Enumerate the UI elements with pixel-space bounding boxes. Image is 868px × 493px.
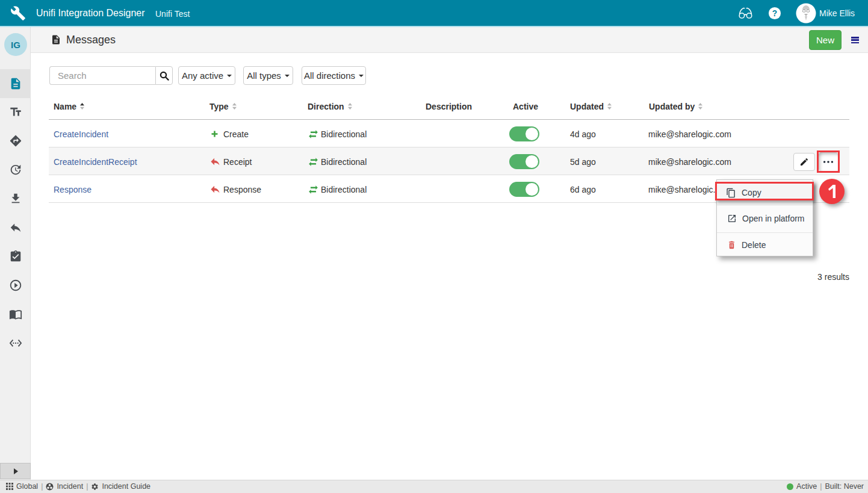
svg-text:?: ?	[772, 9, 777, 18]
